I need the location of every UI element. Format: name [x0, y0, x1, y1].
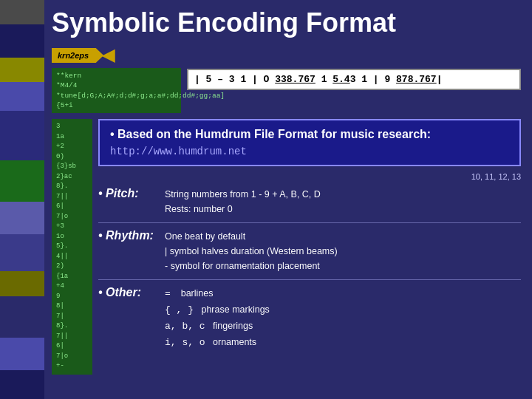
- kl-10: 7|o: [56, 212, 88, 222]
- kl-12: 1o: [56, 232, 88, 242]
- kern-line-4: {5+i: [56, 100, 177, 110]
- other-phrase-symbol: { , }: [165, 304, 194, 316]
- other-row: • Other: = barlines { , } phrase marking…: [98, 286, 521, 350]
- main-content: Symbolic Encoding Format krn2eps ◀ **ker…: [44, 0, 532, 399]
- kl-14: 4||: [56, 252, 88, 262]
- rhythm-row: • Rhythm: One beat by default | symbol h…: [98, 229, 521, 273]
- rhythm-label: • Rhythm:: [98, 229, 157, 242]
- bar-seg-4: [0, 82, 44, 111]
- page-title: Symbolic Encoding Format: [52, 7, 521, 38]
- other-barlines-text: barlines: [173, 288, 213, 299]
- divider: [98, 222, 521, 223]
- pitch-line2: Rests: number 0: [165, 202, 521, 216]
- pitch-content: String numbers from 1 - 9 + A, B, C, D R…: [165, 187, 521, 216]
- humdrum-url: http://www.humdrum.net: [110, 146, 509, 157]
- bar-seg-10: [0, 296, 44, 338]
- page-numbers: 10, 11, 12, 13: [98, 172, 521, 181]
- kl-5: {3}sb: [56, 162, 88, 172]
- humdrum-box: • Based on the Humdrum File Format for m…: [98, 119, 521, 166]
- content-grid: 3 1a +2 0) {3}sb 2}ac 8}. 7|| 6| 7|o +3 …: [52, 119, 521, 375]
- bar-seg-12: [0, 370, 44, 399]
- pitch-row: • Pitch: String numbers from 1 - 9 + A, …: [98, 187, 521, 216]
- bar-seg-8: [0, 234, 44, 271]
- formula-box: | 5 – 3 1 | O 338.767 1 5.43 1 | 9 878.7…: [187, 69, 521, 90]
- divider2: [98, 279, 521, 280]
- other-line2: { , } phrase markings: [165, 302, 521, 318]
- bar-seg-5: [0, 111, 44, 160]
- other-label: • Other:: [98, 286, 157, 299]
- arrow-label: krn2eps: [52, 48, 103, 63]
- kl-17: +4: [56, 282, 88, 292]
- kl-24: 7|o: [56, 352, 88, 362]
- kl-21: 8}.: [56, 321, 88, 332]
- kl-13: 5}.: [56, 242, 88, 252]
- other-content: = barlines { , } phrase markings a, b, c…: [165, 286, 521, 350]
- kern-line-2: *M4/4: [56, 81, 177, 90]
- other-line4: i, s, o ornaments: [165, 335, 521, 351]
- top-section: krn2eps ◀ **kern *M4/4 *tune[d;G;A;A#;d;…: [52, 46, 521, 113]
- other-fingering-text: fingerings: [208, 321, 253, 331]
- kl-11: +3: [56, 222, 88, 232]
- details-section: 10, 11, 12, 13 • Pitch: String numbers f…: [98, 172, 521, 350]
- humdrum-main-text: • Based on the Humdrum File Format for m…: [110, 128, 509, 141]
- kl-9: 6|: [56, 202, 88, 212]
- other-barlines-symbol: =: [165, 288, 171, 299]
- rhythm-line3: - symbol for ornamentation placement: [165, 259, 521, 273]
- kl-18: 9: [56, 292, 88, 302]
- rhythm-line2: | symbol halves duration (Western beams): [165, 244, 521, 259]
- kl-4: 0): [56, 152, 88, 163]
- other-line1: = barlines: [165, 286, 521, 302]
- rhythm-line1: One beat by default: [165, 229, 521, 244]
- other-fingering-symbol: a, b, c: [165, 321, 205, 332]
- kl-6: 2}ac: [56, 172, 88, 183]
- kl-22: 7||: [56, 332, 88, 342]
- other-ornaments-text: ornaments: [208, 337, 256, 347]
- arrow-banner: krn2eps ◀: [52, 46, 115, 65]
- kl-19: 8|: [56, 301, 88, 312]
- kl-2: 1a: [56, 132, 88, 143]
- bar-seg-3: [0, 58, 44, 82]
- kl-25: +-: [56, 361, 88, 372]
- kl-23: 6|: [56, 341, 88, 352]
- other-line3: a, b, c fingerings: [165, 318, 521, 335]
- other-ornaments-symbol: i, s, o: [165, 337, 205, 348]
- kern-line-1: **kern: [56, 71, 177, 81]
- rhythm-content: One beat by default | symbol halves dura…: [165, 229, 521, 273]
- bar-seg-7: [0, 202, 44, 235]
- bar-seg-11: [0, 338, 44, 371]
- pitch-line1: String numbers from 1 - 9 + A, B, C, D: [165, 187, 521, 202]
- pitch-label: • Pitch:: [98, 187, 157, 200]
- right-content: • Based on the Humdrum File Format for m…: [98, 119, 521, 375]
- bar-seg-9: [0, 271, 44, 296]
- bar-seg-6: [0, 160, 44, 202]
- kl-3: +2: [56, 142, 88, 152]
- formula-text: | 5 – 3 1 | O 338.767 1 5.43 1 | 9 878.7…: [194, 74, 442, 85]
- kern-code-left: 3 1a +2 0) {3}sb 2}ac 8}. 7|| 6| 7|o +3 …: [52, 119, 92, 375]
- kl-8: 7||: [56, 192, 88, 202]
- kl-15: 2): [56, 262, 88, 272]
- left-color-bar: [0, 0, 44, 399]
- kl-16: {1a: [56, 272, 88, 282]
- arrow-icon: ◀: [102, 46, 115, 65]
- kl-20: 7|: [56, 312, 88, 322]
- bar-seg-2: [0, 24, 44, 58]
- bar-seg-1: [0, 0, 44, 24]
- kl-1: 3: [56, 122, 88, 132]
- kern-line-3: *tune[d;G;A;A#;d;d#;g;a;a#;dd;dd#;gg;aa]: [56, 91, 177, 100]
- kern-code-top: **kern *M4/4 *tune[d;G;A;A#;d;d#;g;a;a#;…: [52, 68, 181, 113]
- kl-7: 8}.: [56, 182, 88, 192]
- other-phrase-text: phrase markings: [197, 304, 270, 315]
